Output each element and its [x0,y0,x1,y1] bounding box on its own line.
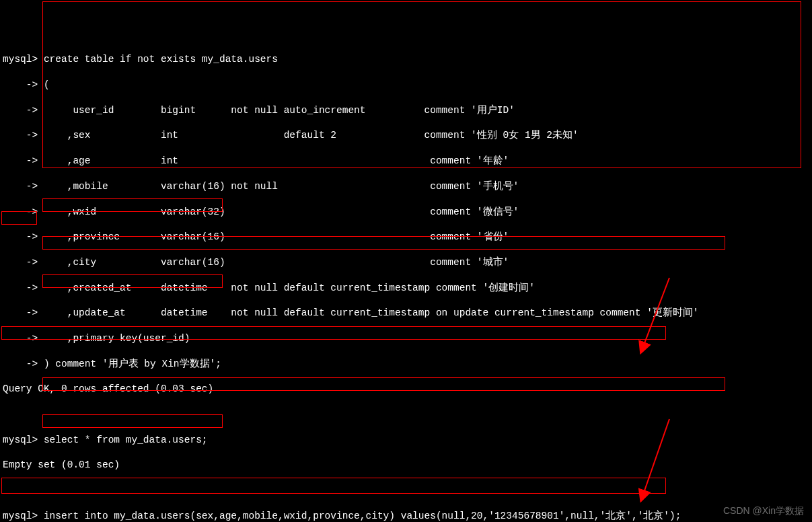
create-line-4: -> ,age int comment '年龄' [3,155,809,167]
create-line-1: -> ( [3,79,809,91]
create-line-11: -> ,primary key(user_id) [3,332,809,345]
query-ok-create: Query OK, 0 rows affected (0.03 sec) [3,383,809,396]
create-line-9: -> ,created_at datetime not null default… [3,282,809,295]
create-line-3: -> ,sex int default 2 comment '性别 0女 1男 … [3,129,809,142]
select1-cmd: mysql> select * from my_data.users; [3,434,809,447]
insert1-cmd: mysql> insert into my_data.users(sex,age… [3,510,809,522]
create-line-12: -> ) comment '用户表 by Xin学数据'; [3,358,809,371]
create-line-5: -> ,mobile varchar(16) not null comment … [3,180,809,193]
create-line-7: -> ,province varchar(16) comment '省份' [3,231,809,244]
blank-2 [3,484,809,497]
create-line-6: -> ,wxid varchar(32) comment '微信号' [3,206,809,219]
create-line-2: -> user_id bigint not null auto_incremen… [3,104,809,117]
select1-res: Empty set (0.01 sec) [3,459,809,472]
create-line-0: mysql> create table if not exists my_dat… [3,53,809,66]
create-line-10: -> ,update_at datetime not null default … [3,307,809,320]
create-line-8: -> ,city varchar(16) comment '城市' [3,256,809,269]
watermark: CSDN @Xin学数据 [723,505,804,517]
blank-1 [3,408,809,421]
